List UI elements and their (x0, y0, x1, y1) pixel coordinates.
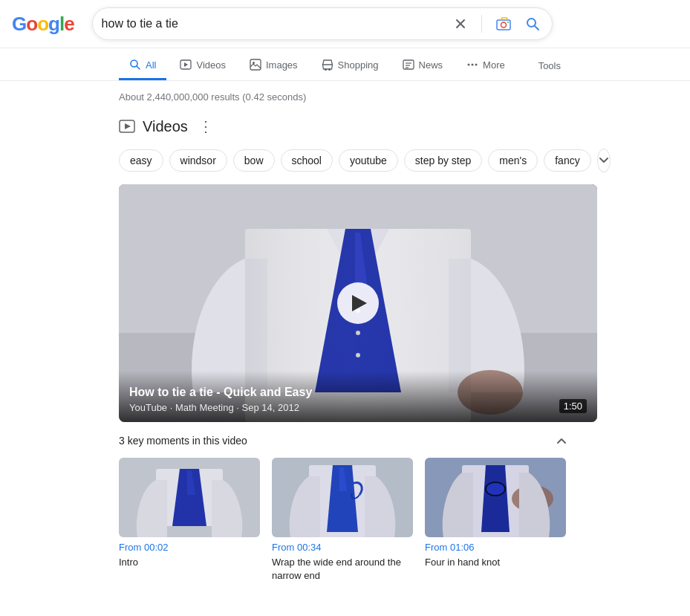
videos-section-title: Videos (143, 118, 188, 135)
tab-videos[interactable]: Videos (169, 51, 236, 80)
nav-tabs: All Videos Images Shopping Ne (0, 48, 690, 81)
results-area: About 2,440,000,000 results (0.42 second… (0, 81, 690, 609)
chip-fancy[interactable]: fancy (544, 149, 590, 172)
search-tab-icon (129, 59, 141, 71)
tab-shopping-label: Shopping (338, 59, 379, 71)
video-section-icon (119, 118, 135, 134)
collapse-moments-button[interactable] (552, 431, 571, 450)
logo-o2: o (37, 13, 48, 35)
google-logo[interactable]: Google (12, 13, 74, 36)
tab-shopping[interactable]: Shopping (311, 51, 389, 80)
logo-g2: g (48, 13, 59, 35)
moment-thumb-2 (425, 458, 566, 537)
chevron-up-icon (555, 434, 568, 447)
svg-line-14 (535, 26, 538, 30)
svg-rect-10 (497, 20, 510, 30)
header: Google how to tie a tie (0, 0, 690, 48)
key-moments-header: 3 key moments in this video (119, 422, 571, 458)
tab-all[interactable]: All (119, 51, 166, 80)
svg-point-63 (486, 483, 504, 495)
chip-bow[interactable]: bow (233, 149, 275, 172)
video-source: YouTube (129, 402, 167, 413)
svg-point-21 (325, 68, 327, 71)
tab-images[interactable]: Images (239, 51, 308, 80)
camera-search-button[interactable] (492, 13, 515, 35)
chip-school[interactable]: school (281, 149, 333, 172)
moment-thumbnail-1-svg (272, 458, 413, 537)
tab-images-label: Images (266, 59, 298, 71)
search-input[interactable]: how to tie a tie (102, 17, 450, 30)
moment-desc-1: Wrap the wide end around the narrow end (272, 556, 413, 583)
video-info: How to tie a tie - Quick and Easy YouTub… (129, 386, 312, 413)
moment-card-2[interactable]: From 01:06 Four in hand knot (425, 458, 566, 583)
search-submit-button[interactable] (522, 13, 543, 34)
clear-button[interactable] (450, 13, 471, 34)
search-icon (525, 16, 540, 31)
video-meta-dot: · (170, 402, 175, 413)
videos-section-header: Videos ⋮ (119, 114, 571, 138)
moment-time-1[interactable]: From 00:34 (272, 542, 413, 553)
video-duration: 1:50 (559, 399, 587, 413)
search-action-icons (450, 13, 543, 35)
play-tab-icon (180, 59, 192, 71)
chip-mens[interactable]: men's (488, 149, 538, 172)
tab-videos-label: Videos (196, 59, 226, 71)
logo-e: e (64, 13, 74, 35)
moment-card-1[interactable]: From 00:34 Wrap the wide end around the … (272, 458, 413, 583)
clear-icon (453, 16, 468, 31)
tab-all-label: All (146, 59, 156, 71)
svg-point-20 (253, 62, 255, 64)
svg-marker-31 (125, 123, 131, 129)
svg-point-12 (507, 22, 509, 23)
video-date: Sep 14, 2012 (242, 402, 299, 413)
play-icon (352, 295, 367, 311)
moment-thumbnail-2-svg (425, 458, 566, 537)
tab-more[interactable]: More (456, 51, 515, 80)
camera-icon (495, 16, 512, 32)
svg-line-16 (137, 66, 140, 69)
search-divider (481, 15, 482, 33)
shopping-tab-icon (322, 59, 333, 71)
filter-chips: easy windsor bow school youtube step by … (119, 149, 571, 172)
svg-point-27 (468, 64, 470, 66)
svg-marker-61 (481, 465, 510, 532)
chip-youtube[interactable]: youtube (339, 149, 398, 172)
tab-news[interactable]: News (392, 51, 454, 80)
moment-desc-2: Four in hand knot (425, 556, 566, 569)
tab-more-label: More (483, 59, 505, 71)
svg-marker-18 (184, 62, 188, 67)
svg-point-11 (501, 22, 506, 27)
svg-point-22 (328, 68, 331, 71)
video-channel: Math Meeting (175, 402, 234, 413)
moment-thumbnail-0-svg (119, 458, 260, 537)
chip-easy[interactable]: easy (119, 149, 163, 172)
more-tab-icon (466, 59, 478, 71)
key-moments-grid: From 00:02 Intro Fr (119, 458, 571, 583)
logo-o1: o (26, 13, 37, 35)
moment-time-2[interactable]: From 01:06 (425, 542, 566, 553)
main-video-card[interactable]: How to tie a tie - Quick and Easy YouTub… (119, 184, 597, 422)
svg-rect-19 (250, 59, 261, 70)
chip-step-by-step[interactable]: step by step (404, 149, 483, 172)
chip-windsor[interactable]: windsor (169, 149, 227, 172)
video-overlay: How to tie a tie - Quick and Easy YouTub… (119, 371, 597, 422)
key-moments-title: 3 key moments in this video (119, 435, 247, 447)
moment-card-0[interactable]: From 00:02 Intro (119, 458, 260, 583)
moment-desc-0: Intro (119, 556, 260, 569)
svg-point-28 (472, 64, 474, 66)
video-meta: YouTube · Math Meeting · Sep 14, 2012 (129, 402, 312, 413)
three-dots-icon: ⋮ (198, 117, 213, 135)
tools-button[interactable]: Tools (528, 53, 571, 79)
chips-expand-button[interactable] (597, 149, 611, 172)
tab-news-label: News (419, 59, 443, 71)
section-menu-button[interactable]: ⋮ (195, 114, 216, 138)
image-tab-icon (250, 59, 261, 71)
moment-time-0[interactable]: From 00:02 (119, 542, 260, 553)
moment-thumb-0 (119, 458, 260, 537)
play-button[interactable] (337, 282, 379, 324)
video-meta-dot2: · (236, 402, 241, 413)
results-stats: About 2,440,000,000 results (0.42 second… (119, 91, 571, 103)
chevron-down-icon (598, 155, 610, 166)
moment-thumb-1 (272, 458, 413, 537)
video-title: How to tie a tie - Quick and Easy (129, 386, 312, 399)
